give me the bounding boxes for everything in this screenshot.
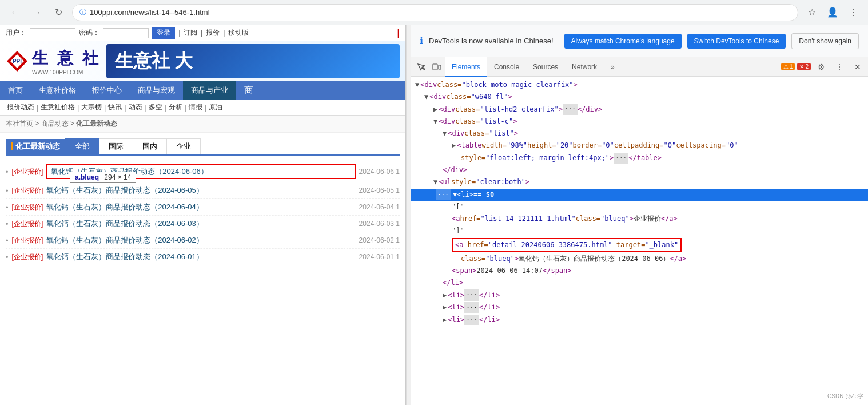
dom-line-8[interactable]: </div> — [411, 164, 868, 176]
news-title-2[interactable]: 氧化钙（生石灰）商品报价动态（2024-06-05） — [46, 185, 355, 196]
tab-intl[interactable]: 国际 — [99, 138, 133, 154]
nav-more[interactable]: 商 — [236, 81, 261, 100]
tab-domestic[interactable]: 国内 — [133, 138, 167, 154]
inspect-button[interactable] — [413, 59, 429, 75]
subscribe-link[interactable]: 订阅 — [184, 28, 197, 38]
expand-6[interactable]: ▶ — [452, 140, 456, 151]
reload-button[interactable]: ↻ — [50, 5, 66, 21]
dom-line-2[interactable]: ▼ <div class="w640 fl"> — [411, 91, 868, 103]
err-icon: ✕ — [799, 63, 804, 70]
ellipsis-1[interactable]: ··· — [563, 104, 578, 115]
back-button[interactable]: ← — [7, 5, 23, 21]
svg-rect-4 — [439, 65, 441, 69]
password-input[interactable] — [103, 28, 149, 38]
nav-quote[interactable]: 报价中心 — [84, 81, 130, 100]
dom-line-14-highlight[interactable]: <a href="detail-20240606-3386475.html" t… — [411, 237, 868, 253]
settings-button[interactable]: ⚙ — [813, 59, 829, 75]
dom-line-11[interactable]: "[" — [411, 201, 868, 213]
subnav-analysis[interactable]: 分析 — [166, 102, 185, 112]
menu-button[interactable]: ⋮ — [845, 5, 861, 21]
news-title-4[interactable]: 氧化钙（生石灰）商品报价动态（2024-06-03） — [46, 219, 355, 229]
tab-network[interactable]: Network — [565, 57, 604, 77]
login-button[interactable]: 登录 — [152, 27, 175, 39]
tab-more[interactable]: » — [604, 57, 622, 77]
ellipsis-before[interactable]: ··· — [436, 189, 451, 201]
mobile-link[interactable]: 移动版 — [228, 28, 249, 38]
tab-sources[interactable]: Sources — [526, 57, 565, 77]
price-link[interactable]: 报价 — [206, 28, 220, 38]
device-toggle-button[interactable] — [429, 59, 445, 75]
expand-9[interactable]: ▼ — [433, 177, 437, 188]
ellipsis-5[interactable]: ··· — [464, 315, 479, 326]
tag-3[interactable]: [企业报价] — [12, 202, 43, 212]
subnav-oil[interactable]: 原油 — [206, 102, 225, 112]
switch-chinese-button[interactable]: Switch DevTools to Chinese — [687, 34, 786, 49]
date-3: 2024-06-04 1 — [359, 203, 400, 211]
subnav-intel[interactable]: 情报 — [186, 102, 205, 112]
match-language-button[interactable]: Always match Chrome's language — [564, 34, 682, 49]
tab-enterprise[interactable]: 企业 — [166, 138, 201, 154]
ellipsis-3[interactable]: ··· — [464, 289, 479, 301]
tag-2[interactable]: [企业报价] — [12, 186, 43, 196]
subnav-dynamic[interactable]: 动态 — [126, 102, 145, 112]
expand-3[interactable]: ▶ — [433, 104, 437, 115]
ellipsis-4[interactable]: ··· — [464, 302, 479, 313]
expand-20[interactable]: ▶ — [443, 315, 447, 325]
dont-show-button[interactable]: Don't show again — [791, 33, 859, 49]
bookmark-button[interactable]: ☆ — [804, 5, 820, 21]
news-title-6[interactable]: 氧化钙（生石灰）商品报价动态（2024-06-01） — [46, 252, 355, 262]
dom-line-13[interactable]: "]" — [411, 225, 868, 237]
tag-5[interactable]: [企业报价] — [12, 236, 43, 245]
devtools-notification: ℹ DevTools is now available in Chinese! … — [411, 25, 868, 57]
subnav-longshort[interactable]: 多空 — [146, 102, 165, 112]
profile-button[interactable]: 👤 — [825, 5, 841, 21]
dom-line-12[interactable]: <a href="list-14-121111-1.html" class="b… — [411, 213, 868, 225]
dom-line-18[interactable]: ▶ <li> ··· </li> — [411, 289, 868, 301]
dom-line-10-selected[interactable]: ··· ▼ <li> == $0 — [411, 189, 868, 201]
nav-home[interactable]: 首页 — [0, 81, 31, 100]
expand-2[interactable]: ▼ — [424, 92, 428, 102]
expand-4[interactable]: ▼ — [433, 116, 437, 127]
subnav-bulk[interactable]: 大宗榜 — [79, 102, 104, 112]
username-input[interactable] — [30, 28, 75, 38]
dom-line-20[interactable]: ▶ <li> ··· </li> — [411, 314, 868, 327]
dom-line-15[interactable]: class="blueq">氧化钙（生石灰）商品报价动态（2024-06-06）… — [411, 253, 868, 265]
tag-4[interactable]: [企业报价] — [12, 219, 43, 229]
dom-line-17[interactable]: </li> — [411, 277, 868, 289]
subnav-flash[interactable]: 快讯 — [106, 102, 124, 112]
subnav-price[interactable]: 生意社价格 — [38, 102, 77, 112]
close-devtools-button[interactable]: ✕ — [850, 59, 866, 75]
tab-console[interactable]: Console — [487, 57, 526, 77]
devtools-menu-button[interactable]: ⋮ — [831, 59, 847, 75]
subnav-quote[interactable]: 报价动态 — [5, 102, 37, 112]
dom-line-7[interactable]: style="float:left; margin-left:4px;"> ··… — [411, 152, 868, 165]
nav-price[interactable]: 生意社价格 — [31, 81, 84, 100]
err-count: 2 — [805, 63, 809, 70]
breadcrumb-dynamic[interactable]: 商品动态 — [41, 120, 69, 128]
dom-line-6[interactable]: ▶ <table width="98%" height="20" border=… — [411, 140, 868, 152]
page-scrollbar[interactable] — [406, 25, 411, 405]
dom-line-9[interactable]: ▼ <ul style="clear:both"> — [411, 176, 868, 188]
news-title-5[interactable]: 氧化钙（生石灰）商品报价动态（2024-06-02） — [46, 235, 355, 245]
nav-industry[interactable]: 商品与产业 — [183, 81, 236, 100]
breadcrumb-home[interactable]: 本社首页 — [6, 120, 33, 128]
address-bar[interactable]: ⓘ 100ppi.com/news/list-14--546-1.html — [72, 4, 798, 21]
tab-all[interactable]: 全部 — [65, 138, 99, 154]
nav-macro[interactable]: 商品与宏观 — [130, 81, 183, 100]
dom-line-16[interactable]: <span>2024-06-06 14:07</span> — [411, 265, 868, 277]
tag-6[interactable]: [企业报价] — [12, 252, 43, 262]
dom-line-5[interactable]: ▼ <div class="list"> — [411, 128, 868, 140]
dom-line-4[interactable]: ▼ <div class="list-c"> — [411, 116, 868, 128]
ellipsis-2[interactable]: ··· — [614, 153, 628, 164]
forward-button[interactable]: → — [29, 5, 45, 21]
expand-5[interactable]: ▼ — [443, 128, 447, 139]
tab-elements[interactable]: Elements — [445, 57, 487, 77]
expand-18[interactable]: ▶ — [443, 290, 447, 301]
expand-1[interactable]: ▼ — [415, 80, 419, 90]
expand-19[interactable]: ▶ — [443, 302, 447, 313]
dom-line-3[interactable]: ▶ <div class="list-hd2 clearfix"> ··· </… — [411, 103, 868, 116]
news-title-3[interactable]: 氧化钙（生石灰）商品报价动态（2024-06-04） — [46, 202, 355, 212]
tag-1[interactable]: [企业报价] — [12, 167, 43, 177]
dom-line-1[interactable]: ▼ <div class="block moto magic clearfix"… — [411, 79, 868, 91]
dom-line-19[interactable]: ▶ <li> ··· </li> — [411, 301, 868, 314]
